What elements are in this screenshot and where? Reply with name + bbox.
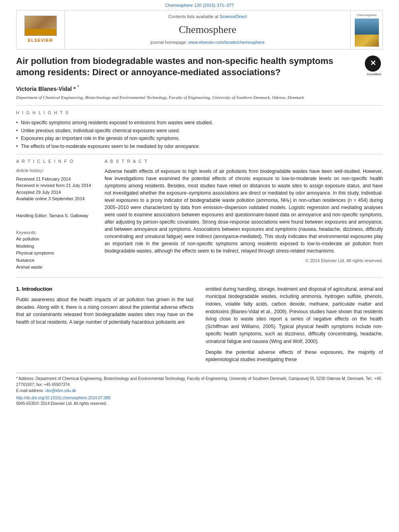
body-col-left: 1. Introduction Public awareness about t… [16,286,193,367]
keyword-item: Modeling [16,243,97,250]
highlights-section: H I G H L I G H T S Non-specific symptom… [16,110,383,150]
abstract-text: Adverse health effects of exposure to hi… [105,168,383,255]
accepted-date: Accepted 29 July 2014 [16,189,97,196]
journal-reference: Chemosphere 120 (2015) 371–377 [165,3,234,8]
body-section: 1. Introduction Public awareness about t… [16,286,383,367]
author-affiliation: Department of Chemical Engineering, Biot… [16,94,383,101]
elsevier-logo-section: ELSEVIER [16,10,65,49]
chemosphere-small-label: Chemosphere [356,13,376,17]
abstract-column: A B S T R A C T Adverse health effects o… [105,158,383,271]
crossmark-label: CrossMark [365,72,383,76]
highlights-list: Non-specific symptoms among residents ex… [16,119,383,150]
list-item: Non-specific symptoms among residents ex… [16,119,383,126]
article-info-column: A R T I C L E I N F O Article history: R… [16,158,97,271]
footnote-address-label: * Address: [16,376,35,381]
journal-reference-bar: Chemosphere 120 (2015) 371–377 [0,0,399,10]
received-date: Received 21 February 2014 [16,176,97,183]
issn-line: 0045-6535/© 2014 Elsevier Ltd. All right… [16,401,383,407]
paper-title-block: Air pollution from biodegradable wastes … [16,55,383,78]
paper-content: Air pollution from biodegradable wastes … [16,49,383,407]
intro-paragraph-1: Public awareness about the health impact… [16,296,193,326]
crossmark-icon: ✕ [365,55,381,72]
keyword-item: Animal waste [16,264,97,271]
handling-editor-label: Handling Editor: [16,213,47,218]
keyword-item: Air pollution [16,236,97,243]
journal-thumbnail-section: Chemosphere [350,10,383,49]
sciencedirect-line: Contents lists available at ScienceDirec… [168,14,247,20]
journal-header: ELSEVIER Contents lists available at Sci… [16,10,383,49]
footnote-address: * Address: Department of Chemical Engine… [16,376,383,388]
handling-editor-name: Tamara S. Galloway [49,213,88,218]
homepage-url[interactable]: www.elsevier.com/locate/chemosphere [188,40,265,45]
journal-title: Chemosphere [179,23,237,37]
intro-paragraph-2: emitted during handling, storage, treatm… [206,286,383,345]
doi-line[interactable]: http://dx.doi.org/10.1016/j.chemosphere.… [16,395,383,401]
intro-paragraph-3: Despite the potential adverse effects of… [206,349,383,364]
revised-date: Received in revised form 21 July 2014 [16,182,97,189]
footnote-email-label: E-mail address: [16,388,44,393]
list-item: The effects of low-to-moderate exposures… [16,143,383,150]
crossmark-badge: ✕ CrossMark [365,55,383,74]
sciencedirect-link[interactable]: ScienceDirect [220,14,247,19]
keyword-item: Physical symptoms [16,250,97,257]
author-name: Victoria Blanes-Vidal * * [16,84,383,93]
info-abstract-columns: A R T I C L E I N F O Article history: R… [16,158,383,271]
divider-2 [16,154,383,154]
journal-homepage: journal homepage: www.elsevier.com/locat… [150,39,265,45]
footnote-address-text: Department of Chemical Engineering, Biot… [16,376,381,387]
body-col-right: emitted during handling, storage, treatm… [206,286,383,367]
keyword-item: Nuisance [16,257,97,264]
list-item: Exposures play an important role in the … [16,135,383,142]
elsevier-text: ELSEVIER [28,37,53,43]
handling-editor: Handling Editor: Tamara S. Galloway [16,213,97,219]
divider-1 [16,105,383,106]
paper-title-text: Air pollution from biodegradable wastes … [16,56,333,78]
corresponding-author-marker: * [77,84,79,89]
divider-3 [16,277,383,277]
keywords-label: Keywords: [16,230,97,236]
body-columns: 1. Introduction Public awareness about t… [16,286,383,367]
journal-thumbnail [355,18,379,47]
highlights-title: H I G H L I G H T S [16,110,383,116]
copyright-notice: © 2014 Elsevier Ltd. All rights reserved… [105,258,383,264]
journal-header-center: Contents lists available at ScienceDirec… [65,10,350,49]
available-date: Available online 3 September 2014 [16,195,97,202]
elsevier-logo: ELSEVIER [25,16,57,43]
elsevier-logo-image [25,16,57,36]
footnote-email: E-mail address: vbv@kbm.sdu.dk [16,388,383,394]
list-item: Unlike previous studies, individual-spec… [16,127,383,134]
article-history-label: Article history: [16,168,97,174]
abstract-title: A B S T R A C T [105,158,383,164]
intro-heading: 1. Introduction [16,286,193,293]
footnote-email-value[interactable]: vbv@kbm.sdu.dk [45,388,76,393]
footnote-section: * Address: Department of Chemical Engine… [16,373,383,407]
article-info-title: A R T I C L E I N F O [16,158,97,164]
